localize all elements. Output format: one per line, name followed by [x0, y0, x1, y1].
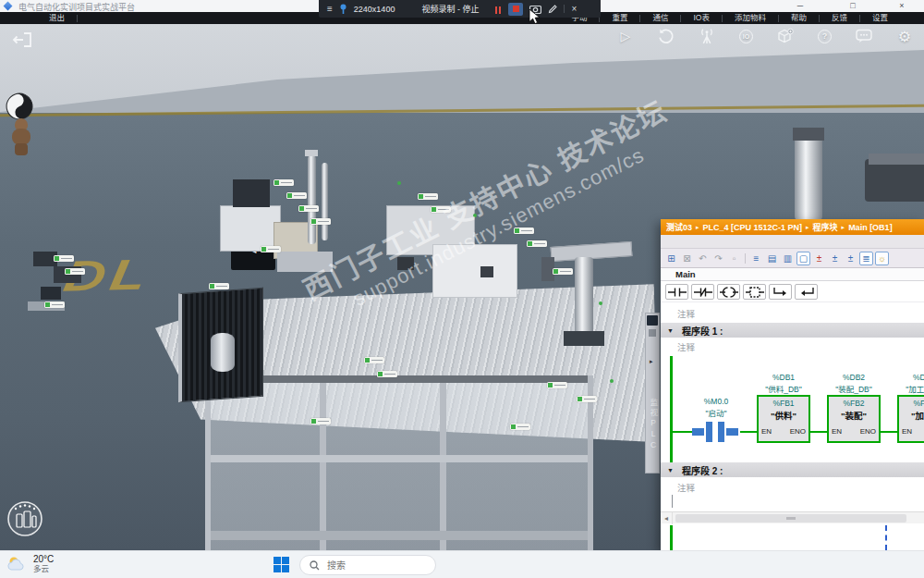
monitoring-icon[interactable]: ☼ — [875, 252, 889, 265]
collapse-networks-icon[interactable]: ▥ — [781, 252, 795, 265]
tab-main[interactable]: Main — [675, 269, 696, 279]
close-button[interactable]: × — [892, 0, 912, 12]
expand-all-icon[interactable]: ± — [812, 252, 826, 265]
floor-device — [41, 287, 61, 300]
block2-db[interactable]: %DB2 — [827, 373, 881, 382]
block1-db-name[interactable]: "供料_DB" — [757, 383, 810, 394]
recorder-close-icon[interactable]: × — [571, 4, 577, 14]
antenna-icon[interactable] — [699, 28, 715, 44]
recorder-menu-icon[interactable]: ≡ — [327, 4, 333, 14]
sensor-tag — [286, 192, 307, 199]
coil-icon[interactable] — [717, 284, 740, 300]
menu-reset[interactable]: 重置 — [600, 12, 639, 24]
sensor-tag — [377, 371, 397, 377]
block1-fb: %FB1 — [757, 399, 810, 408]
exit-scene-button[interactable] — [11, 31, 33, 48]
empty-rung-stub — [672, 495, 673, 508]
collapse-icon[interactable]: ▼ — [667, 327, 674, 334]
network2-header[interactable]: ▼ 程序段 2 : — [661, 462, 924, 477]
start-button[interactable] — [274, 557, 289, 572]
block1-db[interactable]: %DB1 — [757, 373, 810, 382]
mouse-cursor — [529, 8, 541, 25]
absolute-symbolic-icon[interactable]: ± — [828, 252, 842, 265]
block3-fb-call[interactable]: %FB3 "加工" EN — [897, 395, 924, 443]
wire — [740, 431, 757, 433]
contact-name[interactable]: "启动" — [688, 407, 744, 418]
minimize-button[interactable]: ─ — [790, 0, 810, 12]
menu-io-table[interactable]: IO表 — [681, 12, 721, 24]
maximize-button[interactable]: □ — [843, 0, 863, 12]
block3-db[interactable]: %DB3 — [897, 373, 924, 382]
scrollbar-thumb[interactable] — [675, 514, 906, 523]
feedback-icon[interactable] — [856, 28, 872, 44]
network1-comment[interactable]: 注释 — [677, 340, 695, 353]
play-icon[interactable]: ▷ — [617, 28, 634, 44]
search-input[interactable] — [325, 560, 418, 572]
stop-icon — [513, 6, 519, 12]
rear-equipment — [865, 159, 924, 202]
weather-widget[interactable]: 20°C 多云 — [6, 554, 54, 573]
breadcrumb-plc[interactable]: PLC_4 [CPU 1512C-1 PN] — [703, 223, 803, 232]
delete-icon[interactable]: ⊠ — [680, 252, 694, 265]
sensor-led — [599, 301, 602, 305]
menu-exit[interactable]: 退出 — [37, 12, 77, 24]
block1-fb-call[interactable]: %FB1 "供料" EN ENO — [757, 395, 810, 443]
horizontal-scrollbar[interactable]: ◂ — [661, 511, 924, 523]
pencil-icon[interactable] — [548, 5, 557, 14]
scroll-left-icon[interactable]: ◂ — [661, 512, 673, 524]
goto-icon[interactable]: ▫ — [727, 252, 741, 265]
menu-feedback[interactable]: 反馈 — [820, 12, 859, 24]
network2-comment[interactable]: 注释 — [677, 481, 695, 494]
add-material-icon[interactable] — [777, 28, 794, 44]
cylinder-cap — [305, 150, 318, 156]
close-branch-icon[interactable] — [795, 284, 818, 300]
contact-lead — [692, 428, 704, 436]
settings-gear-icon[interactable]: ⚙ — [896, 28, 913, 44]
breadcrumb-program-blocks[interactable]: 程序块 — [813, 221, 838, 233]
block1-fb-name: "供料" — [759, 409, 808, 422]
redo-icon[interactable]: ↷ — [711, 252, 725, 265]
menu-help[interactable]: 帮助 — [779, 12, 819, 24]
breadcrumb-main-ob1[interactable]: Main [OB1] — [848, 223, 893, 232]
character-avatar[interactable] — [11, 118, 31, 155]
machine-under-frame — [205, 375, 593, 550]
contact-bar — [706, 422, 712, 442]
contact-address[interactable]: %M0.0 — [688, 397, 744, 406]
equipment-badge[interactable] — [6, 499, 44, 538]
block2-db-name[interactable]: "装配_DB" — [827, 383, 881, 394]
network1-header[interactable]: ▼ 程序段 1 : — [661, 323, 924, 338]
tia-titlebar[interactable]: 测试03 ▸ PLC_4 [CPU 1512C-1 PN] ▸ 程序块 ▸ Ma… — [661, 219, 924, 235]
sensor-tag — [527, 240, 547, 247]
pin-icon[interactable] — [339, 4, 347, 14]
search-box[interactable] — [299, 555, 436, 575]
pause-button[interactable] — [494, 1, 502, 18]
open-branch-icon[interactable] — [769, 284, 792, 300]
menu-add-material[interactable]: 添加物料 — [723, 12, 778, 24]
insert-network-icon[interactable]: ⊞ — [664, 252, 678, 265]
plc-monitor-side-tab[interactable]: ▸ 监视PLC — [645, 313, 660, 473]
no-contact-icon[interactable] — [665, 284, 688, 300]
io-table-icon[interactable]: IO — [739, 30, 753, 43]
block-comment[interactable]: 注释 — [677, 307, 695, 320]
expand-networks-icon[interactable]: ▤ — [765, 252, 779, 265]
block3-db-name[interactable]: "加工_DB" — [897, 383, 924, 394]
reset-icon[interactable] — [658, 28, 675, 44]
screen-recorder-bar: ≡ 2240x1400 视频录制 - 停止 × — [319, 0, 601, 18]
tia-tabrow: Main — [661, 268, 924, 281]
comments-toggle-icon[interactable]: ≣ — [859, 252, 873, 265]
weather-temp: 20°C — [33, 554, 54, 564]
block2-fb-call[interactable]: %FB2 "装配" EN ENO — [827, 395, 881, 443]
help-icon[interactable]: ? — [818, 30, 832, 43]
stop-button[interactable] — [508, 3, 523, 16]
nc-contact-icon[interactable] — [691, 284, 714, 300]
menu-settings[interactable]: 设置 — [860, 12, 900, 24]
collapse-icon[interactable]: ▼ — [667, 467, 674, 473]
box-view-toggle-icon[interactable]: ▢ — [796, 252, 810, 265]
menu-communication[interactable]: 通信 — [640, 12, 680, 24]
breadcrumb-project[interactable]: 测试03 — [666, 221, 692, 233]
symbol-info-icon[interactable]: ± — [844, 252, 857, 265]
sensor-led — [473, 214, 477, 217]
undo-icon[interactable]: ↶ — [696, 252, 710, 265]
network-list-icon[interactable]: ≡ — [749, 252, 763, 265]
empty-box-icon[interactable] — [743, 284, 766, 300]
